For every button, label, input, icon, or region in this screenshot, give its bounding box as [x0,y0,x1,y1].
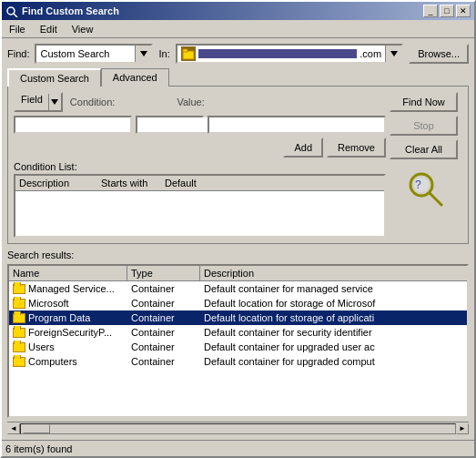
folder-icon [13,342,25,352]
tabs-main: Custom Search Advanced Field [7,67,469,244]
results-table: Name Type Description Managed Service...… [7,264,469,418]
find-now-button[interactable]: Find Now [390,92,458,112]
table-row[interactable]: Program Data Container Default location … [9,310,467,325]
cell-type: Container [127,297,200,310]
menu-edit[interactable]: Edit [36,23,61,36]
table-row[interactable]: Managed Service... Container Default con… [9,281,467,296]
results-body: Managed Service... Container Default con… [9,281,467,416]
svg-rect-3 [183,49,187,52]
status-text: 6 item(s) found [5,443,72,454]
cell-name: Program Data [9,311,127,324]
col-desc-header[interactable]: Description [200,266,467,280]
condition-list-label: Condition List: [14,161,386,172]
col-type-header[interactable]: Type [127,266,200,280]
h-scroll-thumb[interactable] [23,424,50,433]
field-combo: Field [14,92,63,112]
table-row[interactable]: Microsoft Container Default location for… [9,296,467,310]
scrollbar-row: ◄ ► [7,422,469,434]
field-dropdown-arrow-icon [51,99,58,105]
find-row: Find: In: .com [7,44,469,64]
location-combo-inner: .com [177,46,385,62]
cell-description: Default location for storage of applicat… [200,311,467,324]
cell-name: ForeignSecurityP... [9,326,127,339]
cell-name: Managed Service... [9,282,127,295]
condition-select [136,116,204,134]
condition-list-header: Description Starts with Default [15,176,384,191]
tab-advanced[interactable]: Advanced [101,68,169,87]
minimize-button[interactable]: _ [423,5,438,17]
search-panel: Field Condition: Value: [14,92,386,238]
stop-button[interactable]: Stop [390,116,458,136]
right-panel: Find Now Stop Clear All ? [390,92,462,238]
cell-type: Container [127,326,200,339]
cell-description: Default container for managed service [200,282,467,295]
window-icon [5,5,18,17]
browse-button[interactable]: Browse... [409,44,469,64]
tab-content: Field Condition: Value: [7,86,469,244]
menu-bar: File Edit View [2,20,474,38]
table-row[interactable]: Users Container Default container for up… [9,340,467,354]
table-row[interactable]: Computers Container Default container fo… [9,354,467,369]
field-dropdown-button[interactable] [48,94,61,110]
scroll-left-button[interactable]: ◄ [7,423,20,434]
col-description: Description [19,178,101,188]
remove-button[interactable]: Remove [327,137,386,158]
condition-list-area: Condition List: Description Starts with … [14,161,386,238]
folder-icon [13,313,25,323]
col-starts-with: Starts with [101,178,165,188]
results-header: Name Type Description [9,266,467,281]
cell-description: Default container for upgraded comput [200,355,467,368]
folder-icon [13,328,25,338]
svg-point-0 [7,7,15,15]
condition-label: Condition: [70,97,116,107]
col-default: Default [165,178,380,188]
clear-all-button[interactable]: Clear All [390,139,458,159]
cell-type: Container [127,282,200,295]
folder-icon [13,299,25,309]
folder-icon [13,357,25,367]
location-dropdown-arrow-icon [390,51,398,56]
maximize-button[interactable]: □ [440,5,454,17]
field-text-input[interactable] [14,116,132,134]
tabs-row: Custom Search Advanced [7,67,469,86]
menu-view[interactable]: View [68,23,97,36]
add-button[interactable]: Add [283,137,323,158]
window-title: Find Custom Search [22,5,119,16]
cell-type: Container [127,355,200,368]
status-bar: 6 item(s) found [2,440,474,456]
scroll-right-button[interactable]: ► [456,423,469,434]
menu-file[interactable]: File [5,23,29,36]
search-icon-area: ? [403,167,449,212]
field-label: Field [15,94,48,110]
search-results-label: Search results: [7,249,469,260]
cell-type: Container [127,311,200,324]
close-button[interactable]: ✕ [456,5,471,17]
folder-icon [13,284,25,294]
search-decorative-icon: ? [406,169,447,210]
content-area: Find: In: .com [2,38,474,440]
h-scrollbar[interactable] [20,423,456,434]
cell-name: Computers [9,355,127,368]
main-window: Find Custom Search _ □ ✕ File Edit View … [0,0,476,458]
add-remove-row: Add Remove [14,137,386,158]
main-panel: Field Condition: Value: [14,92,462,238]
col-name-header[interactable]: Name [9,266,127,280]
location-icon [181,46,196,61]
cell-type: Container [127,341,200,353]
value-text-input[interactable] [208,116,386,134]
tab-custom-search[interactable]: Custom Search [7,68,101,87]
field-row: Field Condition: Value: [14,92,386,112]
cell-description: Default container for upgraded user ac [200,341,467,353]
find-label: Find: [7,48,29,59]
location-dropdown-button[interactable] [385,46,401,62]
find-dropdown-button[interactable] [135,46,151,62]
table-row[interactable]: ForeignSecurityP... Container Default co… [9,325,467,340]
title-bar-left: Find Custom Search [5,5,119,17]
cell-name: Users [9,341,127,353]
cell-name: Microsoft [9,297,127,310]
find-input[interactable] [36,46,135,62]
input-row [14,116,386,134]
in-label: In: [158,48,169,59]
find-dropdown-arrow-icon [140,51,147,56]
cell-description: Default container for security identifie… [200,326,467,339]
